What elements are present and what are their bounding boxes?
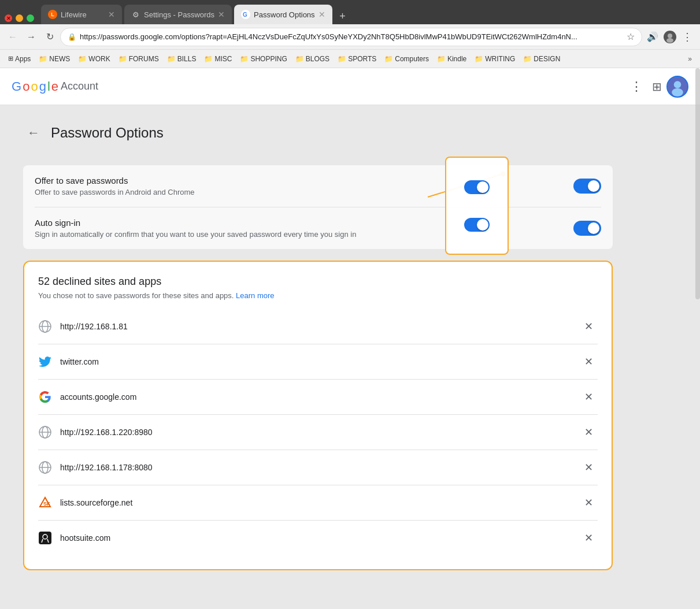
scrollbar[interactable] bbox=[695, 68, 700, 299]
tab-password-options[interactable]: G Password Options ✕ bbox=[234, 5, 332, 24]
reload-button[interactable]: ↻ bbox=[42, 29, 58, 45]
remove-site-4-button[interactable]: ✕ bbox=[579, 423, 598, 441]
svg-point-3 bbox=[668, 34, 672, 38]
remove-site-1-button[interactable]: ✕ bbox=[579, 317, 598, 336]
bookmark-blogs[interactable]: 📁 BLOGS bbox=[292, 53, 333, 65]
maximize-window-button[interactable] bbox=[27, 14, 34, 22]
nav-actions: 🔊 ⋮ bbox=[645, 29, 695, 45]
sports-folder-icon: 📁 bbox=[338, 55, 346, 63]
remove-site-5-button[interactable]: ✕ bbox=[579, 458, 598, 477]
bookmark-news-label: NEWS bbox=[49, 55, 70, 63]
settings-tab-icon: ⚙ bbox=[131, 10, 140, 19]
bookmark-news[interactable]: 📁 NEWS bbox=[35, 53, 73, 65]
address-bar[interactable]: 🔒 https://passwords.google.com/options?r… bbox=[60, 28, 642, 46]
remove-site-3-button[interactable]: ✕ bbox=[579, 388, 598, 406]
bookmark-misc[interactable]: 📁 MISC bbox=[201, 53, 235, 65]
kindle-folder-icon: 📁 bbox=[437, 55, 446, 63]
password-options-tab-label: Password Options bbox=[254, 10, 315, 19]
bookmark-shopping-label: SHOPPING bbox=[250, 55, 287, 63]
main-content: ← Password Options Offer to save passwor… bbox=[0, 105, 636, 593]
back-button[interactable]: ← bbox=[23, 122, 44, 143]
remove-site-6-button[interactable]: ✕ bbox=[579, 493, 598, 512]
menu-icon[interactable]: ⋮ bbox=[679, 29, 695, 45]
site-item-4: http://192.168.1.220:8980 ✕ bbox=[38, 415, 598, 450]
bookmark-apps[interactable]: ⊞ Apps bbox=[5, 53, 34, 65]
tab-lifewire[interactable]: L Lifewire ✕ bbox=[41, 5, 122, 24]
sourceforge-favicon: SF bbox=[38, 496, 52, 510]
back-nav-button[interactable]: ← bbox=[5, 29, 21, 45]
bookmark-forums[interactable]: 📁 FORUMS bbox=[115, 53, 162, 65]
declined-sites-card: 52 declined sites and apps You chose not… bbox=[23, 261, 613, 570]
site-name-7: hootsuite.com bbox=[60, 533, 571, 543]
bookmark-writing[interactable]: 📁 WRITING bbox=[471, 53, 518, 65]
header-menu-button[interactable]: ⋮ bbox=[625, 75, 647, 99]
learn-more-link[interactable]: Learn more bbox=[236, 291, 274, 300]
offer-save-thumb bbox=[588, 180, 599, 192]
bookmark-computers-label: Computers bbox=[395, 55, 429, 63]
apps-grid-button[interactable]: ⊞ bbox=[647, 75, 666, 98]
svg-point-4 bbox=[666, 38, 673, 43]
annotation-container: 52 declined sites and apps You chose not… bbox=[23, 261, 613, 570]
bookmark-sports[interactable]: 📁 SPORTS bbox=[334, 53, 380, 65]
twitter-favicon bbox=[38, 355, 52, 369]
settings-tab-label: Settings - Passwords bbox=[144, 10, 214, 19]
declined-title: 52 declined sites and apps bbox=[38, 276, 161, 288]
bookmark-design[interactable]: 📁 DESIGN bbox=[520, 53, 564, 65]
declined-desc-text: You chose not to save passwords for thes… bbox=[38, 291, 234, 300]
close-window-button[interactable]: ✕ bbox=[5, 14, 12, 22]
remove-site-2-button[interactable]: ✕ bbox=[579, 352, 598, 371]
forward-nav-button[interactable]: → bbox=[23, 29, 39, 45]
lifewire-tab-icon: L bbox=[48, 10, 57, 19]
site-item-1: http://192.168.1.81 ✕ bbox=[38, 309, 598, 344]
bookmark-work-label: WORK bbox=[88, 55, 110, 63]
page-content: Google Account ⋮ ⊞ ← Password Options Of… bbox=[0, 68, 700, 609]
remove-site-7-button[interactable]: ✕ bbox=[579, 529, 598, 547]
lifewire-tab-close[interactable]: ✕ bbox=[108, 10, 115, 19]
bookmark-design-label: DESIGN bbox=[534, 55, 560, 63]
auto-signin-toggle[interactable] bbox=[573, 221, 601, 236]
google-tab-icon: G bbox=[241, 10, 250, 19]
bookmark-misc-label: MISC bbox=[214, 55, 232, 63]
user-avatar[interactable] bbox=[666, 76, 688, 98]
bookmarks-more-button[interactable]: » bbox=[684, 53, 695, 65]
minimize-window-button[interactable] bbox=[16, 14, 23, 22]
site-list: http://192.168.1.81 ✕ twitter.com ✕ bbox=[38, 309, 598, 555]
globe-favicon-1 bbox=[38, 320, 52, 333]
auto-signin-setting: Auto sign-in Sign in automatically or co… bbox=[35, 207, 601, 249]
security-icon: 🔒 bbox=[68, 33, 76, 41]
new-tab-button[interactable]: + bbox=[335, 8, 351, 24]
password-options-tab-close[interactable]: ✕ bbox=[318, 10, 325, 19]
account-label: Account bbox=[61, 80, 98, 92]
bookmark-bills[interactable]: 📁 BILLS bbox=[164, 53, 200, 65]
page-header: ← Password Options bbox=[23, 117, 613, 149]
offer-save-toggle[interactable] bbox=[573, 179, 601, 194]
site-name-2: twitter.com bbox=[60, 357, 571, 366]
site-name-6: lists.sourceforge.net bbox=[60, 498, 571, 507]
bookmark-work[interactable]: 📁 WORK bbox=[75, 53, 113, 65]
lifewire-tab-label: Lifewire bbox=[61, 10, 87, 19]
bookmark-shopping[interactable]: 📁 SHOPPING bbox=[236, 53, 290, 65]
bookmark-star-icon[interactable]: ☆ bbox=[627, 31, 635, 42]
google-favicon bbox=[38, 390, 52, 404]
tab-bar: ✕ L Lifewire ✕ ⚙ Settings - Passwords ✕ … bbox=[0, 0, 700, 24]
bookmark-kindle-label: Kindle bbox=[447, 55, 466, 63]
work-folder-icon: 📁 bbox=[78, 55, 87, 63]
bookmark-sports-label: SPORTS bbox=[348, 55, 376, 63]
user-profile-icon[interactable] bbox=[662, 29, 678, 45]
bookmark-kindle[interactable]: 📁 Kindle bbox=[434, 53, 470, 65]
misc-folder-icon: 📁 bbox=[204, 55, 213, 63]
svg-rect-21 bbox=[39, 532, 51, 544]
forums-folder-icon: 📁 bbox=[118, 55, 127, 63]
page-title: Password Options bbox=[51, 125, 164, 141]
declined-desc: You chose not to save passwords for thes… bbox=[38, 291, 598, 300]
site-name-3: accounts.google.com bbox=[60, 392, 571, 402]
bookmark-computers[interactable]: 📁 Computers bbox=[381, 53, 432, 65]
tab-settings-passwords[interactable]: ⚙ Settings - Passwords ✕ bbox=[124, 5, 232, 24]
speaker-icon[interactable]: 🔊 bbox=[645, 29, 661, 45]
account-header: Google Account ⋮ ⊞ bbox=[0, 68, 700, 105]
settings-tab-close[interactable]: ✕ bbox=[218, 10, 225, 19]
apps-grid-icon: ⊞ bbox=[8, 55, 13, 62]
globe-favicon-4 bbox=[38, 425, 52, 439]
bookmark-bills-label: BILLS bbox=[177, 55, 197, 63]
google-o1: o bbox=[23, 79, 29, 94]
